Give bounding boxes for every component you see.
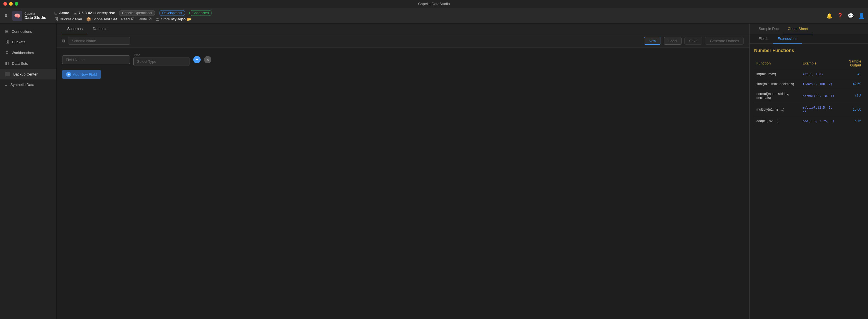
user-icon[interactable]: 👤 [858,13,865,19]
function-sample: 42.69 [838,79,864,89]
env-badge: Capella Operational [119,10,155,16]
write-item: Write ☑ [138,17,152,21]
header-center: ⊞ Acme ☁ 7.6.3-4211-enterprise Capella O… [54,10,823,22]
sidebar-item-workbenches[interactable]: ⚙ Workbenches [0,47,56,58]
sidebar-label-backup: Backup Center [13,72,38,76]
sidebar-item-datasets[interactable]: ◧ Data Sets [0,58,56,69]
schema-editor: Type Select Type + ✕ + Add New Field [57,48,749,319]
dev-badge: Development [159,10,185,16]
toolbar-row: ⧉ New Load Save Generate Dataset [57,34,749,48]
new-button[interactable]: New [644,37,661,45]
add-field-inline-button[interactable]: + [193,56,200,63]
load-button[interactable]: Load [664,37,682,45]
scope-value: Not Set [104,17,117,21]
right-tab-sampledoc[interactable]: Sample Doc [754,24,783,34]
connections-icon: ⊞ [5,29,9,34]
logo-text: Capella Data Studio [25,12,46,20]
field-name-input[interactable] [62,55,130,64]
logo-icon: 🧠 [12,11,22,21]
schema-name-input[interactable] [68,37,130,45]
version-label: 7.6.3-4211-enterprise [79,11,115,15]
filter-icon[interactable]: ⧉ [62,38,65,44]
maximize-button[interactable] [15,2,19,6]
header-right: 🔔 ❓ 💬 👤 [826,13,865,19]
cheat-sheet-content: Number Functions Function Example Sample… [750,44,868,319]
bucket-value: demo [72,17,82,21]
hamburger-menu[interactable]: ≡ [3,11,9,20]
field-row: Type Select Type + ✕ [62,54,744,66]
logo-area: 🧠 Capella Data Studio [12,11,46,21]
function-row: normal(mean, stddev, decimals) normal(50… [754,89,864,103]
sidebar-item-backup[interactable]: ⬛ Backup Center [0,69,56,80]
sidebar-label-datasets: Data Sets [12,61,28,66]
store-value: MyRepo [171,17,186,21]
content-area: Schemas Datasets ⧉ New Load Save Generat… [57,24,749,319]
sidebar-item-connections[interactable]: ⊞ Connections [0,26,56,37]
function-name: int(min, max) [754,69,800,79]
account-icon: ⊞ [54,11,58,15]
function-example: float(1, 100, 2) [800,79,837,89]
tab-schemas[interactable]: Schemas [62,24,88,34]
right-subtab-fields[interactable]: Fields [754,34,773,44]
status-badge: Connected [189,10,212,16]
function-name: add(n1, n2, ...) [754,116,800,126]
type-label: Type [134,54,190,57]
bucket-icon: 🗄 [54,17,58,22]
function-example: normal(50, 10, 1) [800,89,837,103]
traffic-lights [3,2,19,6]
buckets-icon: 🗄 [5,39,9,45]
write-check: ☑ [148,17,152,21]
right-subtab-expressions[interactable]: Expressions [773,34,802,44]
sidebar-label-workbenches: Workbenches [11,51,34,55]
scope-label: Scope [92,17,103,21]
right-panel-subtabs: Fields Expressions [750,34,868,44]
chat-icon[interactable]: 💬 [848,13,854,19]
minimize-button[interactable] [9,2,13,6]
type-select-wrapper: Type Select Type [133,54,190,66]
function-row: float(min, max, decimals) float(1, 100, … [754,79,864,89]
write-label: Write [138,17,147,21]
aws-icon: ☁ [73,11,77,15]
function-row: int(min, max) int(1, 100) 42 [754,69,864,79]
col-header-example: Example [800,58,837,69]
function-sample: 42 [838,69,864,79]
sidebar-item-buckets[interactable]: 🗄 Buckets [0,37,56,47]
save-button[interactable]: Save [684,37,703,45]
function-sample: 15.00 [838,103,864,116]
right-panel: Sample Doc Cheat Sheet Fields Expression… [749,24,868,319]
add-field-label: Add New Field [73,72,97,77]
function-name: normal(mean, stddev, decimals) [754,89,800,103]
section-title: Number Functions [754,48,864,53]
backup-icon: ⬛ [5,71,10,77]
logo-bottom: Data Studio [25,15,46,20]
add-field-icon: + [66,72,71,77]
folder-icon: 📂 [187,17,192,21]
function-table: Function Example Sample Output int(min, … [754,58,864,126]
function-sample: 47.3 [838,89,864,103]
right-tab-cheatsheet[interactable]: Cheat Sheet [783,24,813,34]
help-icon[interactable]: ❓ [837,13,843,19]
add-new-field-button[interactable]: + Add New Field [62,70,101,79]
function-sample: 6.75 [838,116,864,126]
tab-datasets[interactable]: Datasets [88,24,112,34]
bucket-item: 🗄 Bucket demo [54,17,82,22]
header-bar: ≡ 🧠 Capella Data Studio ⊞ Acme ☁ 7.6.3-4… [0,8,868,24]
store-label: Store [161,17,170,21]
sidebar-item-synthetic[interactable]: ≡ Synthetic Data [0,80,56,90]
type-select[interactable]: Select Type [133,57,190,66]
close-button[interactable] [3,2,7,6]
store-icon: 🗃 [156,17,160,22]
app-title: Capella DataStudio [418,2,450,6]
remove-field-button[interactable]: ✕ [204,56,211,63]
function-row: multiply(n1, n2, ...) multiply(2.5, 3, 2… [754,103,864,116]
col-header-sample: Sample Output [838,58,864,69]
account-name: Acme [59,11,69,15]
function-row: add(n1, n2, ...) add(1.5, 2.25, 3) 6.75 [754,116,864,126]
function-example: add(1.5, 2.25, 3) [800,116,837,126]
datasets-icon: ◧ [5,61,9,66]
col-header-function: Function [754,58,800,69]
function-example: multiply(2.5, 3, 2) [800,103,837,116]
notification-icon[interactable]: 🔔 [826,13,832,19]
generate-dataset-button[interactable]: Generate Dataset [705,37,744,45]
scope-item: 📦 Scope Not Set [86,17,117,22]
